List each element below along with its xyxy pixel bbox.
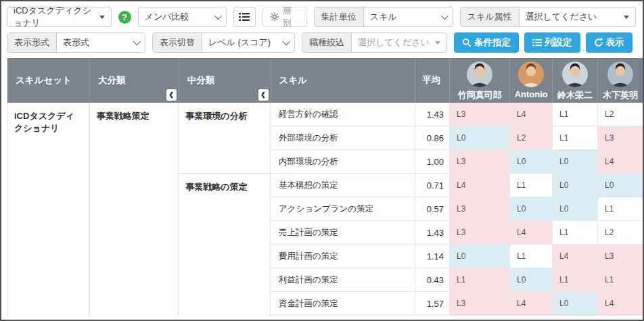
header-member-1: Antonio (510, 58, 553, 103)
skill-attribute-group: スキル属性 選択してください (460, 7, 636, 27)
level-cell: L3 (598, 245, 643, 268)
level-cell: L2 (598, 103, 643, 126)
display-format-select[interactable]: 表形式 (57, 33, 145, 52)
skill-name-cell: 基本構想の策定 (271, 174, 415, 197)
level-cell: L2 (598, 221, 643, 244)
table-row: 経営方針の確認 1.43 L3 L4 L1 L2 (271, 103, 643, 126)
level-cell: L0 (450, 245, 510, 268)
stratify-button-label: 層別 (283, 5, 300, 29)
header-average: 平均 (415, 58, 450, 103)
level-cell: L3 (598, 126, 643, 149)
level-cell: L4 (450, 174, 510, 197)
member-avatar (607, 61, 633, 87)
job-filter-group: 職種絞込 選択してください (302, 32, 447, 53)
level-cell: L4 (510, 221, 553, 244)
show-button-label: 表示 (606, 36, 624, 49)
skill-name-cell: 経営方針の確認 (271, 103, 415, 126)
skill-name-cell: 売上計画の策定 (271, 221, 415, 244)
level-cell: L4 (598, 292, 643, 315)
job-filter-value: 選択してください (358, 36, 430, 49)
member-avatar (562, 61, 588, 87)
header-skill: スキル (271, 58, 416, 103)
display-format-value: 表形式 (63, 36, 89, 49)
level-cell: L1 (450, 268, 510, 291)
chevron-down-icon (133, 38, 141, 45)
search-icon (462, 38, 472, 47)
level-cell: L0 (598, 174, 643, 197)
display-switch-value: レベル (スコア) (208, 36, 271, 49)
aggregate-unit-select[interactable]: スキル (364, 7, 453, 26)
stratify-button[interactable]: 層別 (262, 7, 307, 27)
toolbar-row-2: 表示形式 表形式 表示切替 レベル (スコア) 職種絞込 選択してください (7, 32, 643, 53)
member-name: 鈴木栄二 (557, 89, 593, 101)
average-cell: 0.43 (415, 268, 450, 291)
header-middle-category: 中分類 ❮ (179, 58, 271, 103)
header-member-3: 木下英明 (598, 58, 643, 103)
app-window: iCDタスクディクショナリ ? メンバ比較 (0, 0, 644, 321)
average-cell: 0.57 (415, 197, 450, 220)
aggregate-unit-value: スキル (370, 11, 397, 23)
level-cell: L0 (553, 174, 598, 197)
column-settings-button-label: 列設定 (545, 36, 572, 49)
display-switch-label: 表示切替 (153, 33, 202, 52)
level-cell: L4 (510, 292, 553, 315)
level-cell: L3 (450, 292, 510, 315)
gear-icon (270, 12, 279, 22)
collapse-middle-button[interactable]: ❮ (258, 89, 269, 101)
help-icon[interactable]: ? (118, 11, 131, 24)
display-switch-select[interactable]: レベル (スコア) (202, 33, 294, 52)
average-cell: 1.14 (415, 245, 450, 268)
table-row: 内部環境の分析 1.00 L3 L0 L0 L4 (271, 150, 643, 174)
table-row: 費用計画の策定 1.14 L0 L1 L4 L3 (271, 245, 643, 268)
aggregate-unit-group: 集計単位 スキル (314, 7, 453, 27)
skill-name-cell: 資金計画の策定 (271, 292, 415, 315)
collapse-major-button[interactable]: ❮ (166, 89, 177, 101)
skill-attribute-select[interactable]: 選択してください (520, 7, 635, 26)
level-cell: L4 (553, 245, 598, 268)
skill-rows: 経営方針の確認 1.43 L3 L4 L1 L2 外部環境の分析 0.86 L0… (271, 103, 643, 316)
header-member-0: 竹岡真司郎 (450, 58, 510, 103)
level-cell: L3 (450, 197, 510, 220)
job-filter-select[interactable]: 選択してください (352, 33, 446, 52)
table-header-row: スキルセット 大分類 ❮ 中分類 ❮ スキル 平均 (7, 58, 643, 103)
mode-select[interactable]: メンバ比較 (138, 7, 227, 27)
level-cell: L1 (553, 126, 598, 149)
level-cell: L4 (598, 150, 643, 173)
member-name: 木下英明 (603, 89, 638, 101)
dictionary-select[interactable]: iCDタスクディクショナリ (7, 7, 112, 27)
job-filter-label: 職種絞込 (302, 33, 352, 52)
caret-down-icon (624, 16, 629, 19)
level-cell: L0 (450, 126, 510, 149)
skill-name-cell: 費用計画の策定 (271, 245, 415, 268)
average-cell: 1.57 (415, 292, 450, 315)
show-button[interactable]: 表示 (586, 32, 632, 53)
header-member-2: 鈴木栄二 (553, 58, 598, 103)
average-cell: 1.43 (415, 103, 450, 126)
condition-button[interactable]: 条件指定 (454, 32, 519, 53)
chevron-down-icon (440, 12, 448, 20)
table-row: 利益計画の策定 0.43 L1 L0 L1 L1 (271, 268, 643, 292)
level-cell: L4 (510, 103, 553, 126)
table-row: 資金計画の策定 1.57 L3 L4 L0 L4 (271, 292, 643, 316)
table-row: アクションプランの策定 0.57 L3 L0 L0 L1 (271, 197, 643, 221)
level-cell: L1 (553, 103, 598, 126)
skill-name-cell: 内部環境の分析 (271, 150, 415, 173)
member-list-button[interactable] (233, 7, 256, 27)
skill-name-cell: アクションプランの策定 (271, 197, 415, 220)
skill-attribute-value: 選択してください (526, 11, 597, 23)
skill-attribute-label: スキル属性 (461, 7, 520, 26)
level-cell: L2 (510, 126, 553, 149)
level-cell: L0 (510, 197, 553, 220)
dictionary-select-value: iCDタスクディクショナリ (14, 5, 94, 29)
major-category-column: 事業戦略策定 (90, 103, 179, 316)
chevron-down-icon (283, 38, 290, 45)
caret-down-icon (99, 16, 105, 19)
level-cell: L0 (510, 268, 553, 291)
table-body: iCDタスクディクショナリ 事業戦略策定 事業環境の分析 事業戦略の策定 経営方… (7, 103, 643, 316)
caret-down-icon (435, 41, 440, 45)
middle-category-cell: 事業環境の分析 (179, 103, 270, 174)
level-cell: L0 (553, 197, 598, 220)
level-cell: L1 (553, 268, 598, 291)
list-icon (532, 39, 542, 47)
column-settings-button[interactable]: 列設定 (524, 32, 580, 53)
